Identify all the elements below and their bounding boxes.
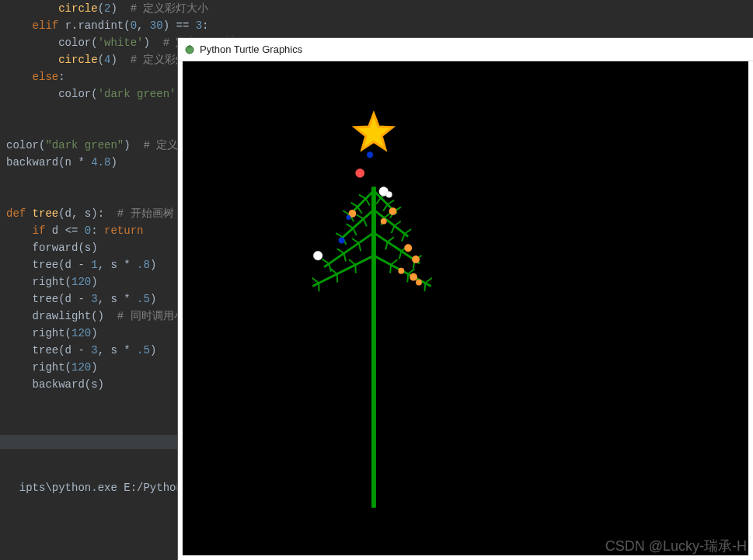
svg-line-55 — [407, 274, 408, 283]
svg-line-30 — [405, 229, 411, 234]
svg-line-5 — [366, 199, 370, 206]
svg-point-72 — [398, 268, 404, 274]
svg-point-70 — [404, 244, 412, 252]
svg-line-14 — [388, 200, 394, 204]
svg-line-39 — [385, 242, 388, 249]
svg-marker-59 — [355, 113, 393, 149]
svg-line-45 — [312, 256, 374, 286]
code-line[interactable]: elif r.randint(0, 30) == 3: — [6, 17, 747, 34]
christmas-tree-drawing — [183, 61, 748, 555]
svg-line-27 — [392, 226, 395, 233]
svg-line-54 — [391, 259, 397, 265]
svg-line-4 — [359, 195, 366, 199]
svg-point-73 — [410, 273, 417, 281]
svg-line-21 — [353, 228, 356, 235]
python-turtle-icon — [184, 44, 195, 55]
svg-line-13 — [383, 204, 387, 210]
svg-point-1 — [189, 45, 191, 47]
svg-line-32 — [352, 238, 359, 243]
svg-line-33 — [359, 243, 361, 251]
svg-line-40 — [388, 237, 394, 242]
svg-point-74 — [416, 280, 422, 286]
svg-line-26 — [384, 213, 390, 217]
svg-point-71 — [412, 256, 420, 263]
svg-line-20 — [347, 224, 354, 228]
svg-point-63 — [386, 191, 392, 197]
svg-line-53 — [390, 265, 391, 273]
svg-line-35 — [344, 253, 346, 261]
svg-point-67 — [381, 218, 387, 224]
svg-line-11 — [376, 197, 380, 203]
svg-point-61 — [355, 169, 364, 178]
svg-line-7 — [357, 207, 361, 214]
svg-line-57 — [424, 283, 425, 292]
svg-point-69 — [313, 251, 322, 260]
svg-point-66 — [347, 215, 351, 220]
svg-line-36 — [322, 259, 329, 264]
turtle-graphics-window[interactable]: Python Turtle Graphics — [178, 38, 753, 560]
code-line[interactable]: circle(2) # 定义彩灯大小 — [6, 0, 747, 17]
svg-line-46 — [349, 259, 355, 265]
window-title: Python Turtle Graphics — [200, 43, 302, 55]
svg-line-34 — [337, 249, 344, 253]
svg-point-60 — [367, 151, 373, 158]
svg-line-56 — [408, 269, 414, 274]
svg-line-18 — [357, 215, 364, 219]
svg-line-37 — [329, 263, 330, 271]
turtle-canvas — [183, 61, 748, 555]
svg-point-65 — [389, 207, 397, 215]
svg-line-19 — [364, 219, 367, 226]
svg-line-31 — [324, 233, 374, 267]
svg-line-6 — [351, 203, 358, 207]
svg-line-22 — [336, 233, 343, 237]
svg-line-41 — [399, 251, 402, 259]
svg-line-28 — [395, 221, 401, 226]
svg-line-58 — [425, 278, 431, 283]
svg-line-50 — [312, 278, 319, 283]
window-titlebar[interactable]: Python Turtle Graphics — [178, 38, 753, 61]
svg-line-29 — [402, 234, 405, 241]
svg-point-68 — [339, 238, 345, 244]
